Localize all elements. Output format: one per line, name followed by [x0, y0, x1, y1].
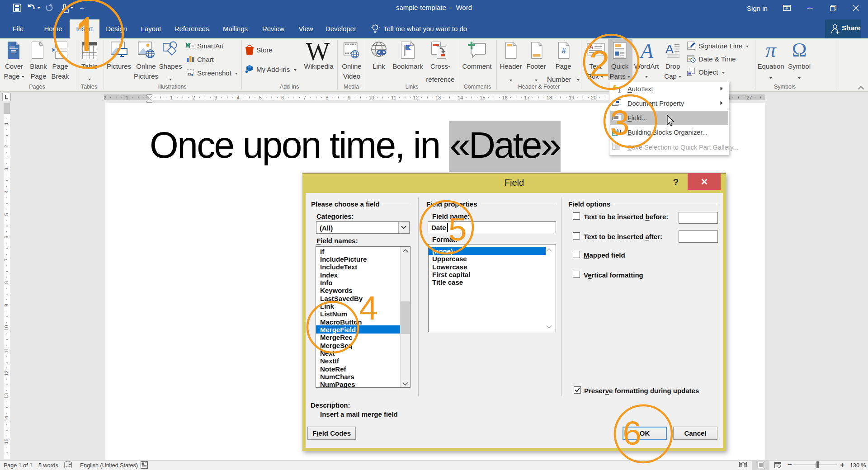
- svg-text:5: 5: [448, 211, 467, 247]
- svg-text:3: 3: [610, 103, 629, 142]
- svg-text:6: 6: [623, 414, 642, 452]
- svg-text:2: 2: [589, 43, 610, 84]
- svg-text:4: 4: [359, 289, 378, 327]
